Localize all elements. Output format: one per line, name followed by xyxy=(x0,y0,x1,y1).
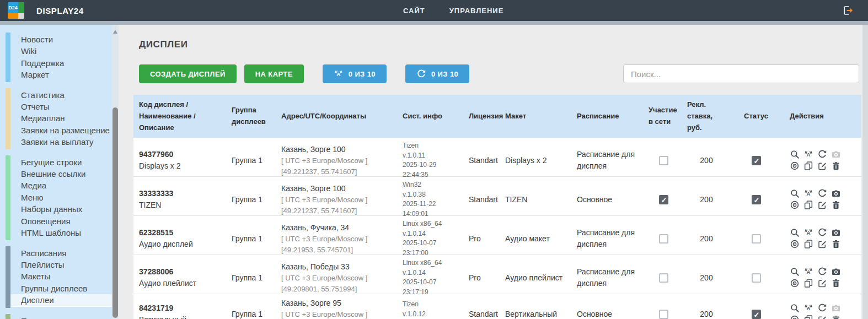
status-checkbox[interactable] xyxy=(752,310,761,319)
eye-icon[interactable] xyxy=(790,315,800,319)
layout-cell: Вертикальный xyxy=(500,294,571,319)
trash-icon[interactable] xyxy=(831,278,841,288)
column-header: Рекл. ставка, руб. xyxy=(685,95,732,138)
system-info-cell: Linux x86_64v.1.0.142025-10-0723:17:19 xyxy=(397,255,463,300)
broadcast-icon[interactable]: A xyxy=(803,188,813,198)
sidebar-item[interactable]: Отчеты xyxy=(10,101,112,112)
sidebar-item[interactable]: Wiki xyxy=(10,45,112,57)
page-scrollbar[interactable] xyxy=(862,25,868,319)
eye-icon[interactable] xyxy=(790,239,800,249)
on-map-button[interactable]: НА КАРТЕ xyxy=(244,64,304,83)
network-checkbox[interactable] xyxy=(659,156,668,165)
network-checkbox[interactable] xyxy=(659,234,668,244)
nav-management[interactable]: УПРАВЛЕНИЕ xyxy=(449,7,504,15)
trash-icon[interactable] xyxy=(831,315,841,319)
address-cell: Казань, Победы 33[ UTC +3 Europe/Moscow … xyxy=(276,255,397,300)
sidebar-item[interactable]: Расписания xyxy=(10,247,112,259)
camera-icon[interactable] xyxy=(831,267,841,277)
sidebar-item[interactable]: Бегущие строки xyxy=(10,156,112,168)
refresh-counter-button[interactable]: 0 ИЗ 10 xyxy=(405,64,469,83)
sidebar-item[interactable]: Медиаплан xyxy=(10,112,112,124)
eye-icon[interactable] xyxy=(790,278,800,288)
eye-icon[interactable] xyxy=(790,161,800,171)
copy-icon[interactable] xyxy=(803,278,813,288)
camera-icon[interactable] xyxy=(831,303,841,313)
broadcast-counter-button[interactable]: A 0 ИЗ 10 xyxy=(323,64,387,83)
scroll-up-arrow-icon[interactable] xyxy=(113,30,117,34)
logo-orange-tile xyxy=(8,13,18,19)
logo-green-tile xyxy=(18,2,24,13)
create-display-button[interactable]: СОЗДАТЬ ДИСПЛЕЙ xyxy=(139,64,237,83)
sidebar-item[interactable]: Дисплеи xyxy=(10,294,112,306)
sidebar-item[interactable]: Группы дисплеев xyxy=(10,283,112,294)
broadcast-icon[interactable]: A xyxy=(803,267,813,277)
edit-icon[interactable] xyxy=(817,200,827,210)
status-checkbox[interactable] xyxy=(752,195,761,204)
edit-icon[interactable] xyxy=(817,278,827,288)
logout-icon[interactable] xyxy=(842,4,854,17)
edit-icon[interactable] xyxy=(817,315,827,319)
refresh-icon[interactable] xyxy=(817,188,827,198)
sidebar-item[interactable]: Пользователи xyxy=(10,315,112,319)
network-checkbox[interactable] xyxy=(659,195,668,204)
edit-icon[interactable] xyxy=(817,239,827,249)
sidebar-item[interactable]: Оповещения xyxy=(10,215,112,227)
group-items: РасписанияПлейлистыМакетыГруппы дисплеев… xyxy=(10,246,112,308)
sidebar-item[interactable]: HTML шаблоны xyxy=(10,227,112,239)
column-header: Макет xyxy=(500,95,571,138)
edit-icon[interactable] xyxy=(817,161,827,171)
group-color-bar xyxy=(6,246,10,308)
sidebar-item[interactable]: Поддержка xyxy=(10,57,112,69)
nav-site[interactable]: САЙТ xyxy=(403,7,425,15)
network-checkbox[interactable] xyxy=(659,273,668,283)
group-items: Пользователи xyxy=(10,314,112,319)
trash-icon[interactable] xyxy=(831,161,841,171)
address-line: Казань, Зорге 100 xyxy=(281,144,393,155)
refresh-icon[interactable] xyxy=(817,149,827,159)
network-checkbox[interactable] xyxy=(659,310,668,319)
status-checkbox[interactable] xyxy=(752,234,761,244)
sidebar-item[interactable]: Заявки на размещение xyxy=(10,125,112,136)
copy-icon[interactable] xyxy=(803,315,813,319)
camera-icon[interactable] xyxy=(831,228,841,237)
sidebar-item[interactable]: Меню xyxy=(10,192,112,203)
sidebar-item[interactable]: Плейлисты xyxy=(10,259,112,271)
refresh-icon[interactable] xyxy=(817,267,827,277)
refresh-icon[interactable] xyxy=(817,228,827,237)
search-icon[interactable] xyxy=(790,188,800,198)
copy-icon[interactable] xyxy=(803,239,813,249)
sidebar-item[interactable]: Макеты xyxy=(10,271,112,282)
sidebar-item[interactable]: Маркет xyxy=(10,69,112,80)
camera-icon[interactable] xyxy=(831,188,841,198)
search-input[interactable] xyxy=(623,64,859,83)
trash-icon[interactable] xyxy=(831,239,841,249)
display-name: Аудио дисплей xyxy=(139,239,222,250)
sidebar-item[interactable]: Заявки на выплату xyxy=(10,136,112,148)
broadcast-icon[interactable]: A xyxy=(803,303,813,313)
trash-icon[interactable] xyxy=(831,200,841,210)
search-icon[interactable] xyxy=(790,267,800,277)
camera-icon[interactable] xyxy=(831,149,841,159)
status-checkbox[interactable] xyxy=(752,273,761,283)
displays-table: Код дисплея / Наименование / ОписаниеГру… xyxy=(133,95,861,319)
copy-icon[interactable] xyxy=(803,161,813,171)
copy-icon[interactable] xyxy=(803,200,813,210)
search-icon[interactable] xyxy=(790,303,800,313)
sidebar-scrollbar-thumb[interactable] xyxy=(112,107,118,318)
refresh-icon[interactable] xyxy=(817,303,827,313)
layout-cell: Аудио макет xyxy=(500,216,571,261)
broadcast-icon[interactable]: A xyxy=(803,228,813,237)
search-icon[interactable] xyxy=(790,149,800,159)
sidebar-item[interactable]: Новости xyxy=(10,34,112,45)
status-checkbox[interactable] xyxy=(752,156,761,165)
search-icon[interactable] xyxy=(790,228,800,237)
sidebar-item[interactable]: Статистика xyxy=(10,89,112,101)
broadcast-icon[interactable]: A xyxy=(803,149,813,159)
actions-cell: A xyxy=(784,255,861,300)
sidebar-item[interactable]: Медиа xyxy=(10,180,112,191)
sidebar-scrollbar[interactable] xyxy=(112,25,119,319)
eye-icon[interactable] xyxy=(790,200,800,210)
sidebar-item[interactable]: Внешние ссылки xyxy=(10,168,112,180)
sidebar-item[interactable]: Наборы данных xyxy=(10,203,112,215)
status-cell xyxy=(732,216,784,261)
